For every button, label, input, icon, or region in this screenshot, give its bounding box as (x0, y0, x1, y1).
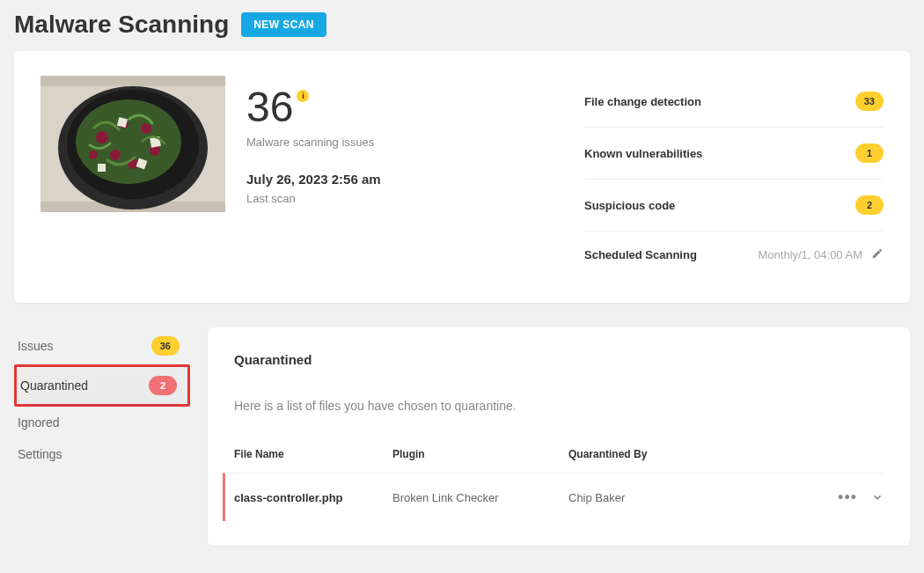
schedule-label: Scheduled Scanning (584, 248, 697, 261)
sidebar-item-label: Issues (18, 339, 53, 353)
info-icon[interactable]: i (297, 90, 309, 102)
sidebar-count-badge: 2 (149, 376, 177, 395)
last-scan-date: July 26, 2023 2:56 am (246, 172, 563, 187)
sidebar-item-label: Ignored (18, 415, 59, 430)
sidebar-item-label: Settings (18, 447, 62, 461)
stat-row-vulnerabilities: Known vulnerabilities 1 (584, 128, 884, 180)
sidebar-item-quarantined[interactable]: Quarantined 2 (17, 367, 187, 404)
issue-count: 36 (246, 86, 293, 129)
new-scan-button[interactable]: NEW SCAN (241, 12, 326, 37)
summary-stats-left: 36 i Malware scanning issues July 26, 20… (246, 76, 563, 278)
table-row[interactable]: class-controller.php Broken Link Checker… (223, 473, 884, 521)
chevron-down-icon[interactable] (871, 491, 884, 503)
svg-point-12 (89, 151, 98, 159)
col-header-filename: File Name (234, 448, 392, 460)
schedule-value: Monthly/1, 04:00 AM (758, 248, 862, 261)
highlighted-sidebar-box: Quarantined 2 (14, 364, 190, 407)
svg-point-9 (141, 123, 151, 134)
cell-by: Chip Baker (568, 491, 822, 504)
sidebar-item-label: Quarantined (20, 378, 88, 393)
stat-count-badge: 33 (855, 92, 884, 111)
panel-title: Quarantined (234, 352, 884, 367)
summary-thumbnail (40, 76, 225, 212)
col-header-by: Quarantined By (568, 448, 822, 460)
cell-plugin: Broken Link Checker (392, 491, 568, 504)
sidebar-count-badge: 36 (151, 336, 180, 356)
last-scan-label: Last scan (246, 192, 563, 205)
pencil-icon[interactable] (871, 247, 884, 262)
panel-description: Here is a list of files you have chosen … (234, 399, 884, 413)
more-icon[interactable]: ••• (838, 489, 857, 505)
page-header: Malware Scanning NEW SCAN (14, 11, 910, 39)
cell-filename: class-controller.php (234, 491, 392, 504)
col-header-plugin: Plugin (392, 448, 568, 460)
stat-count-badge: 2 (855, 195, 884, 215)
sidebar-item-issues[interactable]: Issues 36 (14, 327, 190, 364)
svg-point-5 (76, 99, 181, 184)
stat-count-badge: 1 (855, 143, 884, 163)
table-header: File Name Plugin Quarantined By (234, 439, 884, 473)
sidebar: Issues 36 Quarantined 2 Ignored Settings (14, 327, 190, 546)
page-title: Malware Scanning (14, 11, 229, 39)
stat-label: Known vulnerabilities (584, 147, 702, 160)
summary-card: 36 i Malware scanning issues July 26, 20… (14, 51, 910, 303)
summary-stats-right: File change detection 33 Known vulnerabi… (584, 76, 884, 278)
svg-rect-1 (40, 76, 225, 86)
quarantine-panel: Quarantined Here is a list of files you … (208, 327, 910, 546)
sidebar-item-ignored[interactable]: Ignored (14, 407, 190, 438)
stat-label: Suspicious code (584, 199, 675, 212)
stat-row-suspicious: Suspicious code 2 (584, 180, 884, 231)
sidebar-item-settings[interactable]: Settings (14, 438, 190, 470)
svg-point-6 (96, 131, 108, 143)
stat-label: File change detection (584, 95, 701, 108)
stat-row-schedule: Scheduled Scanning Monthly/1, 04:00 AM (584, 231, 884, 278)
svg-point-7 (110, 150, 121, 160)
svg-rect-15 (98, 164, 106, 172)
issues-label: Malware scanning issues (246, 136, 563, 149)
stat-row-file-change: File change detection 33 (584, 76, 884, 128)
